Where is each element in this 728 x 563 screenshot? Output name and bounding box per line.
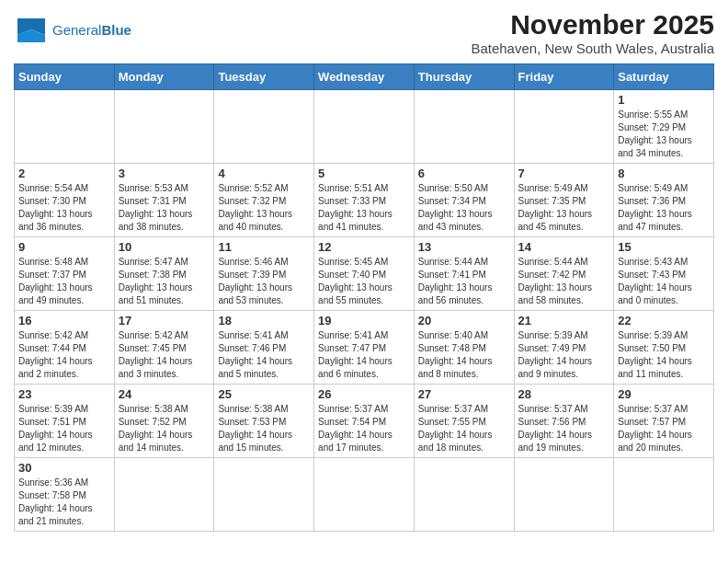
calendar-cell: 16Sunrise: 5:42 AM Sunset: 7:44 PM Dayli… [15, 311, 115, 385]
day-content: Sunrise: 5:52 AM Sunset: 7:32 PM Dayligh… [218, 182, 310, 234]
day-number: 13 [418, 240, 510, 254]
day-content: Sunrise: 5:49 AM Sunset: 7:36 PM Dayligh… [618, 182, 710, 234]
calendar-week-0: 1Sunrise: 5:55 AM Sunset: 7:29 PM Daylig… [15, 90, 714, 164]
calendar-cell [214, 458, 314, 532]
calendar-cell [414, 90, 514, 164]
calendar-week-4: 23Sunrise: 5:39 AM Sunset: 7:51 PM Dayli… [15, 385, 714, 458]
day-content: Sunrise: 5:49 AM Sunset: 7:35 PM Dayligh… [518, 182, 610, 234]
logo-icon [14, 17, 49, 44]
calendar-week-1: 2Sunrise: 5:54 AM Sunset: 7:30 PM Daylig… [15, 164, 714, 237]
weekday-header-row: Sunday Monday Tuesday Wednesday Thursday… [15, 64, 714, 90]
calendar-cell: 20Sunrise: 5:40 AM Sunset: 7:48 PM Dayli… [414, 311, 514, 385]
day-number: 8 [618, 167, 710, 180]
day-content: Sunrise: 5:53 AM Sunset: 7:31 PM Dayligh… [119, 182, 210, 234]
day-number: 29 [618, 387, 710, 401]
calendar-cell [414, 458, 514, 532]
day-content: Sunrise: 5:37 AM Sunset: 7:56 PM Dayligh… [518, 403, 610, 454]
day-content: Sunrise: 5:42 AM Sunset: 7:44 PM Dayligh… [18, 329, 110, 381]
day-number: 23 [18, 387, 110, 401]
day-number: 17 [119, 314, 210, 327]
day-number: 24 [119, 387, 210, 401]
calendar-cell: 28Sunrise: 5:37 AM Sunset: 7:56 PM Dayli… [514, 385, 614, 458]
calendar: Sunday Monday Tuesday Wednesday Thursday… [14, 63, 714, 532]
calendar-cell: 6Sunrise: 5:50 AM Sunset: 7:34 PM Daylig… [414, 164, 514, 237]
calendar-cell [314, 90, 415, 164]
day-content: Sunrise: 5:55 AM Sunset: 7:29 PM Dayligh… [618, 109, 710, 160]
day-content: Sunrise: 5:44 AM Sunset: 7:42 PM Dayligh… [518, 256, 610, 307]
day-number: 9 [18, 240, 110, 254]
day-content: Sunrise: 5:46 AM Sunset: 7:39 PM Dayligh… [218, 256, 310, 307]
calendar-cell: 23Sunrise: 5:39 AM Sunset: 7:51 PM Dayli… [15, 385, 115, 458]
calendar-cell: 17Sunrise: 5:42 AM Sunset: 7:45 PM Dayli… [114, 311, 214, 385]
day-content: Sunrise: 5:48 AM Sunset: 7:37 PM Dayligh… [18, 256, 110, 307]
calendar-cell [614, 458, 714, 532]
calendar-cell: 15Sunrise: 5:43 AM Sunset: 7:43 PM Dayli… [614, 237, 714, 311]
logo-general: General [52, 22, 101, 38]
calendar-cell: 25Sunrise: 5:38 AM Sunset: 7:53 PM Dayli… [214, 385, 314, 458]
calendar-week-3: 16Sunrise: 5:42 AM Sunset: 7:44 PM Dayli… [15, 311, 714, 385]
calendar-cell: 30Sunrise: 5:36 AM Sunset: 7:58 PM Dayli… [15, 458, 115, 532]
calendar-cell [514, 90, 614, 164]
day-content: Sunrise: 5:37 AM Sunset: 7:55 PM Dayligh… [418, 403, 510, 454]
day-number: 28 [518, 387, 610, 401]
day-number: 4 [218, 167, 310, 180]
calendar-cell [314, 458, 415, 532]
calendar-cell: 22Sunrise: 5:39 AM Sunset: 7:50 PM Dayli… [614, 311, 714, 385]
calendar-cell: 26Sunrise: 5:37 AM Sunset: 7:54 PM Dayli… [314, 385, 415, 458]
day-content: Sunrise: 5:54 AM Sunset: 7:30 PM Dayligh… [18, 182, 110, 234]
calendar-cell [114, 458, 214, 532]
calendar-cell: 19Sunrise: 5:41 AM Sunset: 7:47 PM Dayli… [314, 311, 415, 385]
calendar-cell: 24Sunrise: 5:38 AM Sunset: 7:52 PM Dayli… [114, 385, 214, 458]
calendar-cell: 1Sunrise: 5:55 AM Sunset: 7:29 PM Daylig… [614, 90, 714, 164]
day-content: Sunrise: 5:43 AM Sunset: 7:43 PM Dayligh… [618, 256, 710, 307]
calendar-cell: 4Sunrise: 5:52 AM Sunset: 7:32 PM Daylig… [214, 164, 314, 237]
calendar-cell [214, 90, 314, 164]
day-content: Sunrise: 5:51 AM Sunset: 7:33 PM Dayligh… [318, 182, 410, 234]
calendar-cell: 21Sunrise: 5:39 AM Sunset: 7:49 PM Dayli… [514, 311, 614, 385]
day-number: 21 [518, 314, 610, 327]
header-tuesday: Tuesday [214, 64, 314, 90]
calendar-cell [114, 90, 214, 164]
day-content: Sunrise: 5:37 AM Sunset: 7:57 PM Dayligh… [618, 403, 710, 454]
day-number: 20 [418, 314, 510, 327]
logo-blue: Blue [101, 22, 131, 38]
day-content: Sunrise: 5:40 AM Sunset: 7:48 PM Dayligh… [418, 329, 510, 381]
calendar-cell: 18Sunrise: 5:41 AM Sunset: 7:46 PM Dayli… [214, 311, 314, 385]
day-content: Sunrise: 5:39 AM Sunset: 7:49 PM Dayligh… [518, 329, 610, 381]
day-number: 15 [618, 240, 710, 254]
calendar-cell: 10Sunrise: 5:47 AM Sunset: 7:38 PM Dayli… [114, 237, 214, 311]
day-number: 6 [418, 167, 510, 180]
header-sunday: Sunday [15, 64, 115, 90]
day-number: 22 [618, 314, 710, 327]
logo: GeneralBlue [14, 17, 131, 44]
day-number: 18 [218, 314, 310, 327]
header-monday: Monday [114, 64, 214, 90]
day-number: 11 [218, 240, 310, 254]
page: GeneralBlue November 2025 Batehaven, New… [0, 0, 728, 546]
day-content: Sunrise: 5:38 AM Sunset: 7:52 PM Dayligh… [119, 403, 210, 454]
day-number: 30 [18, 461, 110, 475]
day-content: Sunrise: 5:44 AM Sunset: 7:41 PM Dayligh… [418, 256, 510, 307]
day-number: 3 [119, 167, 210, 180]
day-number: 26 [318, 387, 410, 401]
day-number: 5 [318, 167, 410, 180]
calendar-cell: 12Sunrise: 5:45 AM Sunset: 7:40 PM Dayli… [314, 237, 415, 311]
day-number: 25 [218, 387, 310, 401]
header-friday: Friday [514, 64, 614, 90]
calendar-body: 1Sunrise: 5:55 AM Sunset: 7:29 PM Daylig… [15, 90, 714, 532]
day-number: 16 [18, 314, 110, 327]
day-content: Sunrise: 5:45 AM Sunset: 7:40 PM Dayligh… [318, 256, 410, 307]
header-wednesday: Wednesday [314, 64, 415, 90]
day-content: Sunrise: 5:42 AM Sunset: 7:45 PM Dayligh… [119, 329, 210, 381]
calendar-cell: 5Sunrise: 5:51 AM Sunset: 7:33 PM Daylig… [314, 164, 415, 237]
calendar-cell: 8Sunrise: 5:49 AM Sunset: 7:36 PM Daylig… [614, 164, 714, 237]
day-number: 12 [318, 240, 410, 254]
calendar-cell: 29Sunrise: 5:37 AM Sunset: 7:57 PM Dayli… [614, 385, 714, 458]
header-thursday: Thursday [414, 64, 514, 90]
day-number: 7 [518, 167, 610, 180]
calendar-cell: 9Sunrise: 5:48 AM Sunset: 7:37 PM Daylig… [15, 237, 115, 311]
calendar-cell: 13Sunrise: 5:44 AM Sunset: 7:41 PM Dayli… [414, 237, 514, 311]
day-content: Sunrise: 5:47 AM Sunset: 7:38 PM Dayligh… [119, 256, 210, 307]
calendar-cell: 14Sunrise: 5:44 AM Sunset: 7:42 PM Dayli… [514, 237, 614, 311]
calendar-cell [514, 458, 614, 532]
